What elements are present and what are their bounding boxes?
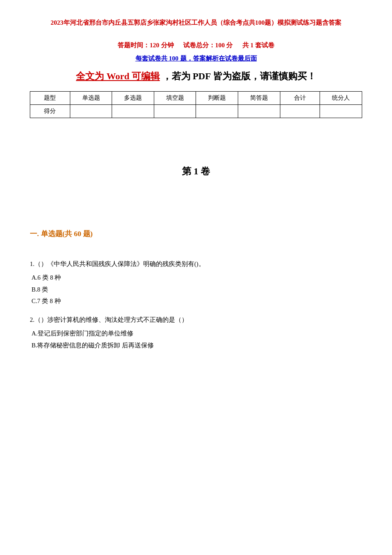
question-1-text: 1.（）《中华人民共和国残疾人保障法》明确的残疾类别有()。 — [30, 258, 362, 269]
set-label: 共 1 套试卷 — [242, 42, 274, 49]
question-2-options: A.登记后到保密部门指定的单位维修 B.将存储秘密信息的磁介质拆卸 后再送保修 — [32, 328, 362, 351]
q2-option-a: A.登记后到保密部门指定的单位维修 — [32, 328, 362, 340]
spacer — [30, 203, 362, 220]
table-score-row: 得分 — [30, 105, 362, 118]
col-short: 简答题 — [238, 92, 280, 105]
score-judge — [196, 105, 238, 118]
col-single: 单选题 — [70, 92, 112, 105]
meta-info: 答题时间：120 分钟 试卷总分：100 分 共 1 套试卷 — [30, 41, 362, 49]
score-single — [70, 105, 112, 118]
time-label: 答题时间：120 分钟 — [118, 42, 173, 49]
question-1: 1.（）《中华人民共和国残疾人保障法》明确的残疾类别有()。 A.6 类 8 种… — [30, 258, 362, 307]
col-type: 题型 — [30, 92, 70, 105]
col-grader: 统分人 — [320, 92, 362, 105]
score-multi — [112, 105, 154, 118]
col-judge: 判断题 — [196, 92, 238, 105]
warning-word-part: 全文为 Word 可编辑 — [76, 71, 160, 81]
divider-space — [30, 131, 362, 156]
q2-option-b: B.将存储秘密信息的磁介质拆卸 后再送保修 — [32, 340, 362, 352]
score-fill — [154, 105, 196, 118]
volume-title: 第 1 卷 — [30, 165, 362, 178]
score-label: 试卷总分：100 分 — [183, 42, 233, 49]
question-2: 2.（）涉密计算机的维修、淘汰处理方式不正确的是（） A.登记后到保密部门指定的… — [30, 314, 362, 351]
score-grader — [320, 105, 362, 118]
row-score-label: 得分 — [30, 105, 70, 118]
score-short — [238, 105, 280, 118]
warning-normal-part: ，若为 PDF 皆为盗版，请谨慎购买！ — [162, 71, 316, 81]
score-total — [280, 105, 320, 118]
col-multi: 多选题 — [112, 92, 154, 105]
col-fill: 填空题 — [154, 92, 196, 105]
warning-block: 全文为 Word 可编辑 ，若为 PDF 皆为盗版，请谨慎购买！ — [30, 69, 362, 84]
col-total: 合计 — [280, 92, 320, 105]
table-header-row: 题型 单选题 多选题 填空题 判断题 简答题 合计 统分人 — [30, 92, 362, 105]
section1-title: 一. 单选题(共 60 题) — [30, 229, 362, 239]
question-1-options: A.6 类 8 种 B.8 类 C.7 类 8 种 — [32, 272, 362, 307]
q1-option-c: C.7 类 8 种 — [32, 295, 362, 307]
question-2-text: 2.（）涉密计算机的维修、淘汰处理方式不正确的是（） — [30, 314, 362, 325]
subtitle-text: 每套试卷共 100 题，答案解析在试卷最后面 — [30, 55, 362, 63]
q1-option-a: A.6 类 8 种 — [32, 272, 362, 284]
q1-option-b: B.8 类 — [32, 284, 362, 296]
score-table: 题型 单选题 多选题 填空题 判断题 简答题 合计 统分人 得分 — [30, 91, 362, 118]
spacer2 — [30, 247, 362, 251]
page-main-title: 2023年河北省邢台市内丘县五郭店乡张家沟村社区工作人员（综合考点共100题）模… — [30, 17, 362, 29]
